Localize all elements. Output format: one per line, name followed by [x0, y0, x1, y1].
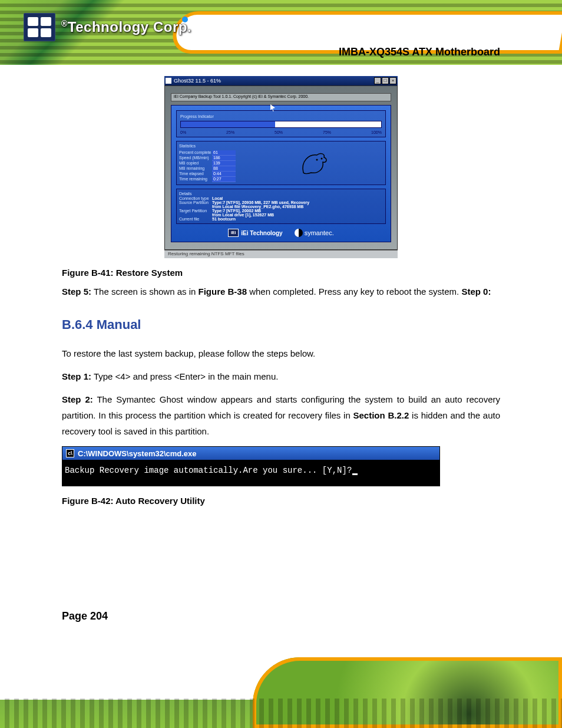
table-row: Target PartitionType:7 [NTFS], 20002 MB — [179, 209, 383, 213]
progress-bar — [180, 121, 382, 128]
iei-brand: iEiiEi Technology — [228, 229, 282, 237]
table-row: MB remaining88 — [179, 166, 236, 172]
iei-logo — [24, 13, 55, 41]
close-button[interactable]: × — [389, 77, 396, 84]
bottom-banner — [0, 657, 562, 728]
ghost-icon — [242, 144, 383, 182]
minimize-button[interactable]: _ — [374, 77, 381, 84]
app-icon — [166, 78, 171, 84]
cmd-title-text: C:\WINDOWS\system32\cmd.exe — [78, 449, 197, 458]
table-row: Current file51 bootcurn — [179, 217, 383, 221]
ghost32-window: Ghost32 11.5 - 61% _ □ × iEi Company Bac… — [164, 76, 398, 258]
figure-caption: Figure B-42: Auto Recovery Utility — [62, 496, 500, 506]
stats-table: Statistics Percent complete61 Speed (MB/… — [179, 144, 236, 182]
symantec-icon — [295, 229, 303, 237]
step-1: Step 1: Type <4> and press <Enter> in th… — [62, 368, 500, 384]
copyright-bar: iEi Company Backup Tool 1.0.1. Copyright… — [171, 93, 391, 101]
table-row: Source PartitionType:7 [NTFS], 20936 MB,… — [179, 200, 383, 205]
svg-point-0 — [316, 159, 318, 160]
table-row: Time elapsed0:44 — [179, 172, 236, 177]
step-2: Step 2: The Symantec Ghost window appear… — [62, 391, 500, 439]
details-panel: Details Connection typeLocal Source Part… — [176, 189, 386, 224]
section-heading: B.6.4 Manual — [62, 317, 500, 332]
table-row: Connection typeLocal — [179, 196, 383, 200]
logo-text: ®Technology Corp. — [61, 19, 191, 35]
svg-point-1 — [321, 157, 323, 159]
statistics-panel: Statistics Percent complete61 Speed (MB/… — [176, 141, 386, 185]
cmd-titlebar: c\ C:\WINDOWS\system32\cmd.exe — [62, 447, 439, 460]
page-number: Page 204 — [62, 610, 108, 622]
page-title: IMBA-XQ354S ATX Motherboard — [62, 46, 500, 58]
cursor-icon — [352, 473, 358, 475]
cmd-icon: c\ — [66, 449, 74, 457]
progress-panel: Progress Indicator 0% 25% 50% 75% 100% — [176, 110, 386, 137]
maximize-button[interactable]: □ — [382, 77, 389, 84]
table-row: from Local file \Recovery_PE2.gho, 47693… — [179, 205, 383, 209]
table-row: MB copied139 — [179, 161, 236, 166]
section-intro: To restore the last system backup, pleas… — [62, 345, 500, 361]
status-bar: Restoring remaining NTFS MFT files — [164, 250, 398, 258]
table-row: from Local drive [1], 152627 MB — [179, 213, 383, 217]
table-row: Percent complete61 — [179, 150, 236, 156]
cmd-window: c\ C:\WINDOWS\system32\cmd.exe Backup Re… — [62, 446, 440, 486]
window-title: Ghost32 11.5 - 61% — [174, 78, 221, 84]
cmd-body[interactable]: Backup Recovery image automatically.Are … — [62, 460, 439, 486]
symantec-brand: symantec. — [295, 229, 334, 237]
step-5: Step 5: The screen is shown as in Figure… — [62, 284, 500, 299]
figure-caption: Figure B-41: Restore System — [62, 268, 500, 278]
table-row: Speed (MB/min)186 — [179, 156, 236, 161]
window-titlebar: Ghost32 11.5 - 61% _ □ × — [164, 76, 398, 85]
table-row: Time remaining0:27 — [179, 177, 236, 182]
